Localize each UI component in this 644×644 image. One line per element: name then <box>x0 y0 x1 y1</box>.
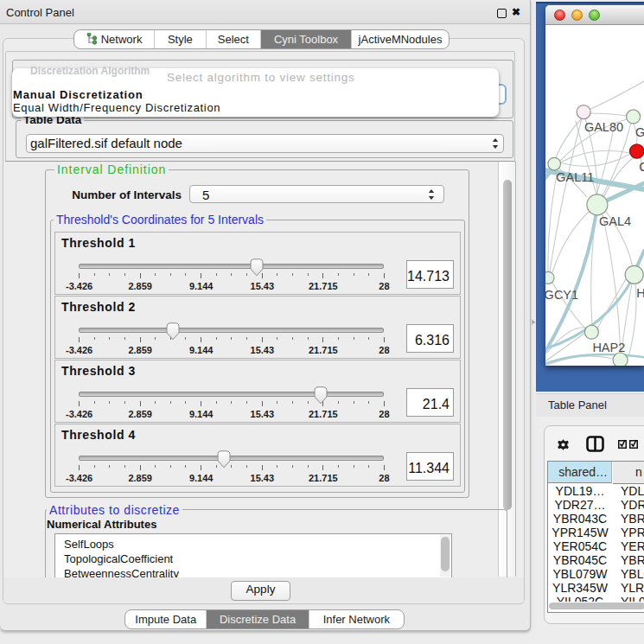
svg-text:C: C <box>639 160 644 174</box>
svg-text:HAP2: HAP2 <box>592 341 625 354</box>
svg-text:H: H <box>636 286 644 300</box>
svg-text:GCY1: GCY1 <box>545 288 578 302</box>
svg-text:G: G <box>635 125 644 139</box>
svg-text:GAL11: GAL11 <box>556 170 594 184</box>
svg-text:GAL80: GAL80 <box>584 120 623 134</box>
svg-text:GAL4: GAL4 <box>599 214 631 228</box>
